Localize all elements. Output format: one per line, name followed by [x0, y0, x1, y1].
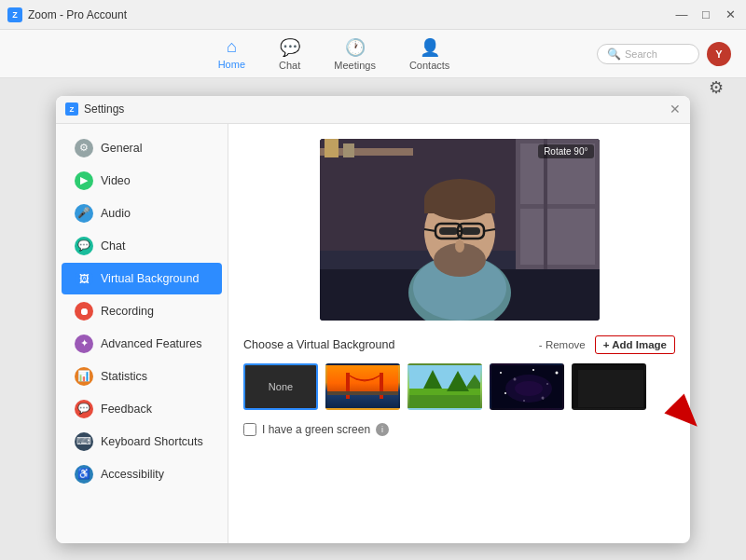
maximize-button[interactable]: □: [698, 7, 714, 23]
vbg-thumbnails: None: [243, 363, 675, 410]
sidebar-item-keyboard[interactable]: ⌨ Keyboard Shortcuts: [62, 426, 222, 458]
user-avatar[interactable]: Y: [707, 42, 731, 66]
nav-search-area: 🔍 Search Y: [597, 42, 731, 66]
contacts-icon: 👤: [420, 37, 440, 58]
settings-body: ⚙ General ▶ Video 🎤 Audio 💬 Chat: [56, 124, 690, 543]
svg-rect-17: [439, 227, 458, 235]
chat-icon: 💬: [280, 37, 300, 58]
sidebar-label-accessibility: Accessibility: [101, 468, 164, 481]
settings-gear-icon[interactable]: ⚙: [709, 77, 724, 98]
vbg-thumb-dark[interactable]: [572, 363, 646, 410]
add-image-button[interactable]: + Add Image: [595, 335, 675, 354]
none-label: None: [269, 381, 293, 392]
settings-modal: Z Settings ✕ ⚙ General ▶ Video: [56, 96, 690, 543]
settings-logo: Z: [65, 102, 78, 116]
audio-icon: 🎤: [75, 204, 93, 223]
svg-rect-6: [325, 139, 338, 157]
search-icon: 🔍: [607, 48, 621, 61]
chat-sidebar-icon: 💬: [75, 237, 93, 255]
remove-button[interactable]: - Remove: [539, 339, 586, 350]
sidebar-item-feedback[interactable]: 💬 Feedback: [62, 393, 222, 425]
sidebar-label-feedback: Feedback: [101, 403, 152, 416]
sidebar-label-general: General: [101, 142, 142, 155]
sidebar-item-chat[interactable]: 💬 Chat: [62, 230, 222, 262]
meetings-icon: 🕐: [345, 37, 366, 58]
tab-home[interactable]: ⌂ Home: [203, 34, 260, 75]
green-screen-checkbox[interactable]: [243, 423, 256, 436]
tab-chat[interactable]: 💬 Chat: [264, 34, 315, 75]
zoom-logo: Z: [7, 7, 22, 22]
svg-rect-4: [520, 209, 595, 265]
vbg-thumb-space[interactable]: [490, 363, 564, 410]
sidebar-item-accessibility[interactable]: ♿ Accessibility: [62, 458, 222, 490]
video-icon: ▶: [75, 171, 93, 190]
minimize-button[interactable]: —: [673, 7, 690, 23]
tab-meetings-label: Meetings: [334, 60, 376, 71]
advanced-icon: ✦: [75, 335, 93, 353]
sidebar-item-recording[interactable]: ⏺ Recording: [62, 295, 222, 327]
nav-tabs: ⌂ Home 💬 Chat 🕐 Meetings 👤 Contacts: [71, 34, 597, 75]
sidebar-item-statistics[interactable]: 📊 Statistics: [62, 361, 222, 392]
close-button[interactable]: ✕: [722, 7, 739, 23]
svg-rect-48: [578, 370, 643, 407]
tab-contacts[interactable]: 👤 Contacts: [394, 34, 464, 75]
main-content: ⚙ Z Settings ✕ ⚙ General: [0, 78, 746, 560]
sidebar-label-virtual: Virtual Background: [101, 272, 199, 285]
title-bar-left: Z Zoom - Pro Account: [7, 7, 127, 22]
camera-preview: Rotate 90°: [320, 139, 600, 321]
svg-rect-15: [424, 199, 495, 213]
svg-point-24: [455, 239, 464, 253]
sidebar-label-video: Video: [101, 174, 131, 187]
info-icon[interactable]: i: [376, 423, 389, 436]
green-screen-label: I have a green screen: [262, 423, 370, 436]
sidebar-label-keyboard: Keyboard Shortcuts: [101, 435, 203, 448]
svg-point-42: [504, 392, 506, 394]
tab-chat-label: Chat: [279, 60, 300, 71]
choose-vbg-label: Choose a Virtual Background: [243, 338, 394, 351]
svg-rect-26: [327, 395, 400, 410]
svg-point-46: [515, 381, 543, 396]
svg-rect-7: [343, 143, 354, 157]
svg-rect-18: [462, 227, 480, 235]
settings-close-button[interactable]: ✕: [670, 102, 681, 116]
vbg-thumb-bridge[interactable]: [325, 363, 400, 410]
sidebar-item-virtual-background[interactable]: 🖼 Virtual Background: [62, 263, 222, 294]
sidebar-item-advanced[interactable]: ✦ Advanced Features: [62, 328, 222, 360]
rotate-button[interactable]: Rotate 90°: [538, 144, 593, 158]
settings-title-left: Z Settings: [65, 102, 124, 116]
vbg-thumb-none[interactable]: None: [243, 363, 318, 410]
svg-point-37: [500, 372, 502, 374]
tab-home-label: Home: [218, 59, 245, 70]
svg-point-41: [556, 371, 559, 374]
title-bar: Z Zoom - Pro Account — □ ✕: [0, 0, 746, 30]
tab-meetings[interactable]: 🕐 Meetings: [319, 34, 391, 75]
settings-title-bar: Z Settings ✕: [56, 96, 690, 124]
settings-sidebar: ⚙ General ▶ Video 🎤 Audio 💬 Chat: [56, 124, 228, 543]
svg-rect-29: [327, 391, 400, 395]
sidebar-label-recording: Recording: [101, 305, 154, 318]
vbg-header: Choose a Virtual Background - Remove + A…: [243, 335, 675, 354]
camera-feed: [320, 139, 600, 321]
statistics-icon: 📊: [75, 367, 93, 386]
virtual-background-section: Choose a Virtual Background - Remove + A…: [243, 335, 675, 410]
sidebar-label-statistics: Statistics: [101, 370, 147, 383]
recording-icon: ⏺: [75, 302, 93, 321]
sidebar-item-video[interactable]: ▶ Video: [62, 165, 222, 197]
sidebar-label-advanced: Advanced Features: [101, 337, 201, 350]
sidebar-label-audio: Audio: [101, 207, 131, 220]
green-screen-row: I have a green screen i: [243, 423, 675, 436]
feedback-icon: 💬: [75, 400, 93, 418]
app-title: Zoom - Pro Account: [28, 8, 127, 21]
accessibility-icon: ♿: [75, 465, 93, 484]
vbg-thumb-forest[interactable]: [408, 363, 482, 410]
sidebar-item-audio[interactable]: 🎤 Audio: [62, 198, 222, 229]
settings-title: Settings: [84, 102, 124, 116]
general-icon: ⚙: [75, 139, 93, 157]
search-box[interactable]: 🔍 Search: [597, 44, 699, 64]
home-icon: ⌂: [227, 37, 237, 57]
svg-rect-32: [409, 395, 482, 410]
svg-point-39: [532, 369, 534, 371]
tab-contacts-label: Contacts: [409, 60, 449, 71]
sidebar-item-general[interactable]: ⚙ General: [62, 132, 222, 164]
keyboard-icon: ⌨: [75, 432, 93, 451]
